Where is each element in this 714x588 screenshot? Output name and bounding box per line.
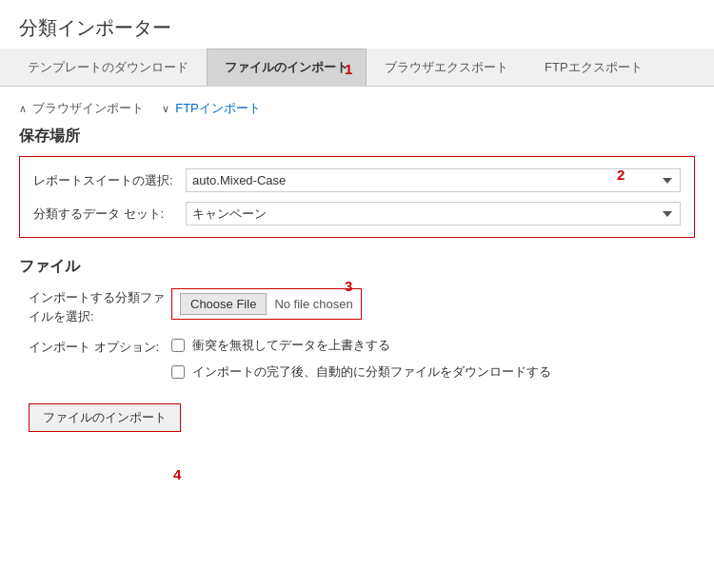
content-area: ∧ ブラウザインポート ∨ FTPインポート 保存場所 レポートスイートの選択:…: [0, 87, 714, 451]
file-input-area: Choose File No file chosen: [171, 288, 362, 320]
file-chooser-label: インポートする分類ファイルを選択:: [29, 288, 171, 325]
page-title-area: 分類インポーター: [0, 0, 714, 49]
browser-import-label: ブラウザインポート: [32, 100, 144, 117]
choose-file-button[interactable]: Choose File: [180, 293, 267, 315]
annotation-3: 3: [345, 278, 352, 294]
storage-box: レポートスイートの選択: auto.Mixed-Case 分類するデータ セット…: [19, 156, 695, 238]
option-row-1: 衝突を無視してデータを上書きする: [171, 337, 551, 354]
import-options-label: インポート オプション:: [29, 337, 171, 356]
options-area: 衝突を無視してデータを上書きする インポートの完了後、自動的に分類ファイルをダウ…: [171, 337, 551, 381]
option1-checkbox[interactable]: [171, 339, 185, 352]
report-suite-row: レポートスイートの選択: auto.Mixed-Case: [33, 168, 681, 192]
bottom-area: ファイルのインポート: [19, 403, 695, 432]
option-row-2: インポートの完了後、自動的に分類ファイルをダウンロードする: [171, 363, 551, 381]
option2-label: インポートの完了後、自動的に分類ファイルをダウンロードする: [192, 363, 551, 381]
browser-import-collapse-arrow: ∧: [19, 103, 27, 115]
dataset-select[interactable]: キャンペーン: [186, 202, 681, 225]
annotation-1: 1: [345, 61, 352, 77]
page-title: 分類インポーター: [19, 15, 695, 41]
import-file-button[interactable]: ファイルのインポート: [29, 403, 181, 432]
tab-bar: テンプレートのダウンロード ファイルのインポート ブラウザエクスポート FTPエ…: [0, 49, 714, 87]
import-options-row: インポート オプション: 衝突を無視してデータを上書きする インポートの完了後、…: [29, 337, 695, 381]
annotation-2: 2: [617, 167, 625, 183]
option2-checkbox[interactable]: [171, 365, 185, 379]
file-chooser-row: インポートする分類ファイルを選択: Choose File No file ch…: [29, 288, 695, 325]
tab-import-file[interactable]: ファイルのインポート: [207, 49, 367, 87]
option1-label: 衝突を無視してデータを上書きする: [192, 337, 390, 354]
section-header: ∧ ブラウザインポート ∨ FTPインポート: [19, 100, 695, 117]
file-section-box: インポートする分類ファイルを選択: Choose File No file ch…: [19, 288, 695, 381]
report-suite-select[interactable]: auto.Mixed-Case: [186, 168, 681, 192]
ftp-import-expand-arrow: ∨: [162, 103, 169, 115]
dataset-row: 分類するデータ セット: キャンペーン: [33, 202, 681, 225]
ftp-import-link[interactable]: FTPインポート: [175, 100, 261, 117]
page-wrapper: 1 2 3 4 分類インポーター テンプレートのダウンロード ファイルのインポー…: [0, 0, 714, 588]
no-file-text: No file chosen: [274, 297, 352, 311]
file-section-title: ファイル: [19, 257, 695, 277]
tab-download-template[interactable]: テンプレートのダウンロード: [10, 49, 207, 87]
annotation-4: 4: [173, 466, 181, 482]
tab-browser-export[interactable]: ブラウザエクスポート: [367, 49, 526, 87]
storage-section-title: 保存場所: [19, 127, 695, 147]
report-suite-label: レポートスイートの選択:: [33, 172, 186, 189]
tab-ftp-export[interactable]: FTPエクスポート: [526, 49, 661, 87]
dataset-label: 分類するデータ セット:: [33, 206, 186, 223]
